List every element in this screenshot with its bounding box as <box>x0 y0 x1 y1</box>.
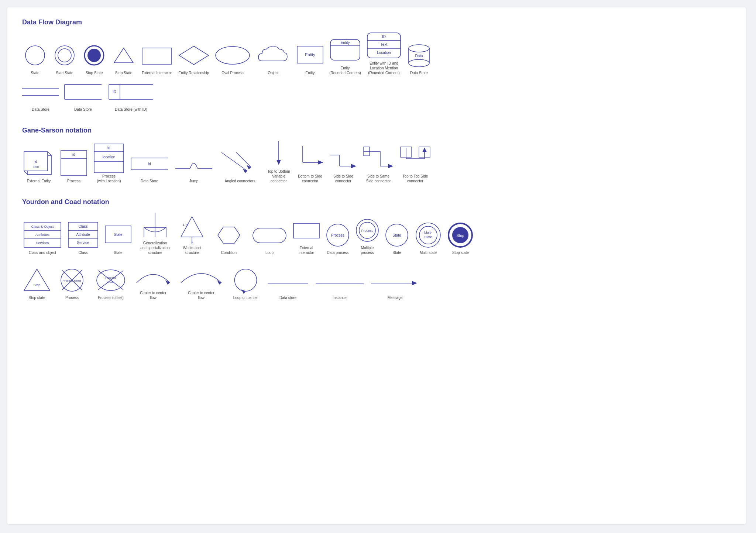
svg-text:State: State <box>392 233 401 237</box>
svg-marker-58 <box>247 165 251 169</box>
svg-point-8 <box>216 47 250 64</box>
yc-stop-state-triangle: Stop Stop state <box>22 267 52 300</box>
svg-line-37 <box>48 152 51 155</box>
yc-multiple-process: Process Multipleprocess <box>354 217 380 255</box>
svg-marker-98 <box>181 217 203 237</box>
svg-text:Multi-: Multi- <box>424 231 432 234</box>
svg-text:location: location <box>103 155 115 159</box>
yc-process-offset: Process name Process (offset) <box>92 267 129 300</box>
shape-data-store-cylinder: Data Data Store <box>406 42 432 75</box>
shape-entity-simple: Entity Entity <box>295 42 325 75</box>
gs-process: id Process <box>59 151 89 183</box>
svg-marker-71 <box>388 164 393 168</box>
yc-generalization: Generalizationand specializationstructur… <box>137 213 173 255</box>
svg-text:Text: Text <box>381 42 388 47</box>
section-title-yourdon: Yourdon and Coad notation <box>22 198 731 206</box>
yc-stop-state: Stop Stop state <box>447 222 474 255</box>
page: Data Flow Diagram State Start State <box>7 7 746 524</box>
gane-row-1: id Text External Entity id Process <box>22 141 731 183</box>
svg-text:1,m: 1,m <box>183 223 188 227</box>
shape-oval-process: Oval Process <box>214 42 251 75</box>
yc-state-circle: State State <box>384 222 410 255</box>
yc-loop: Loop <box>251 222 288 255</box>
yc-loop-on-center: Loop on center <box>229 267 262 300</box>
svg-marker-5 <box>114 48 133 63</box>
shape-data-store-open: Data Store <box>63 79 103 112</box>
section-dfd: Data Flow Diagram State Start State <box>22 18 731 112</box>
svg-marker-63 <box>318 160 323 165</box>
svg-text:id: id <box>148 162 151 166</box>
svg-text:Data: Data <box>415 54 423 58</box>
gs-bottom-side: Bottom to Sideconnector <box>295 146 325 183</box>
svg-marker-67 <box>351 164 356 168</box>
gs-side-same-side: Side to SameSide connector <box>362 146 395 183</box>
svg-text:Process: Process <box>361 229 374 233</box>
yourdon-row-1: Class-&-Object Attributes Services Class… <box>22 213 731 255</box>
section-yourdon: Yourdon and Coad notation Class-&-Object… <box>22 198 731 300</box>
svg-text:Process: Process <box>106 276 116 279</box>
svg-text:Attributes: Attributes <box>35 233 50 237</box>
svg-rect-103 <box>253 228 286 243</box>
yourdon-row-2: Stop Stop state Process name Process <box>22 262 731 300</box>
svg-text:Process: Process <box>331 233 344 237</box>
gs-process-location: id location Process(with Location) <box>92 146 126 183</box>
yc-condition: Condition <box>210 222 247 255</box>
svg-point-20 <box>409 45 429 52</box>
shape-stop-state-2: Stop State <box>111 42 137 75</box>
yc-data-store: Data store <box>266 267 310 300</box>
gs-data-store: id Data Store <box>129 151 170 183</box>
svg-text:id: id <box>107 146 110 150</box>
svg-text:Class: Class <box>78 224 87 228</box>
yc-state: State State <box>103 222 133 255</box>
gs-top-top-side: Top to Top Sideconnector <box>399 146 432 183</box>
svg-text:Process name: Process name <box>62 279 82 282</box>
yc-whole-part: 1,m 1 Whole-partstructure <box>177 217 207 255</box>
shape-data-store-id: ID Data Store (with ID) <box>107 79 155 112</box>
gs-angled-connectors: Angled connectors <box>218 151 262 183</box>
yc-class-object: Class-&-Object Attributes Services Class… <box>22 222 63 255</box>
svg-text:State: State <box>114 233 123 237</box>
svg-text:Class-&-Object: Class-&-Object <box>31 225 54 228</box>
yc-multi-state: Multi- State Multi-state <box>413 222 443 255</box>
svg-line-57 <box>236 152 251 167</box>
shape-entity-relationship: Entity Relationship <box>177 42 210 75</box>
svg-marker-119 <box>24 269 50 290</box>
svg-text:name: name <box>107 281 115 284</box>
yc-instance: Instance <box>314 267 365 300</box>
svg-text:Text: Text <box>33 165 39 169</box>
yc-message: Message <box>369 267 421 300</box>
svg-text:ID: ID <box>113 90 116 94</box>
svg-line-55 <box>221 152 247 171</box>
svg-rect-104 <box>293 223 319 238</box>
gs-external-entity: id Text External Entity <box>22 151 55 183</box>
svg-point-2 <box>58 49 71 62</box>
section-title-dfd: Data Flow Diagram <box>22 18 731 26</box>
svg-text:1: 1 <box>191 240 193 244</box>
gs-side-side: Side to Sideconnector <box>329 146 358 183</box>
svg-text:Location: Location <box>377 51 391 55</box>
shape-object: Object <box>255 42 292 75</box>
gs-top-bottom: Top to BottomVariableconnector <box>266 141 292 183</box>
svg-text:Attribute: Attribute <box>76 233 90 237</box>
svg-marker-132 <box>241 289 246 294</box>
dfd-row-2: Data Store Data Store <box>22 79 731 112</box>
svg-point-0 <box>25 46 45 65</box>
svg-line-38 <box>24 171 28 175</box>
svg-text:Stop: Stop <box>34 283 41 287</box>
shape-entity-rounded: Entity Entity(Rounded Corners) <box>329 38 362 75</box>
svg-point-23 <box>409 59 429 67</box>
svg-text:Service: Service <box>77 241 89 245</box>
svg-text:State: State <box>424 235 432 239</box>
svg-text:id: id <box>72 152 75 157</box>
yc-center-flow-1: Center to centerflow <box>133 262 173 300</box>
svg-text:id: id <box>34 160 37 164</box>
shape-entity-id-location: ID Text Location Entity with ID andLocat… <box>365 33 402 75</box>
section-gane: Gane-Sarson notation id Text External En… <box>22 127 731 183</box>
svg-text:Services: Services <box>36 241 49 245</box>
svg-marker-76 <box>422 148 427 152</box>
yc-center-flow-2: Center to centerflow <box>177 262 225 300</box>
shape-start-state: Start State <box>52 42 78 75</box>
shape-external-interactor: External Interactor <box>140 42 173 75</box>
shape-state: State <box>22 42 48 75</box>
svg-text:Stop: Stop <box>457 234 464 238</box>
